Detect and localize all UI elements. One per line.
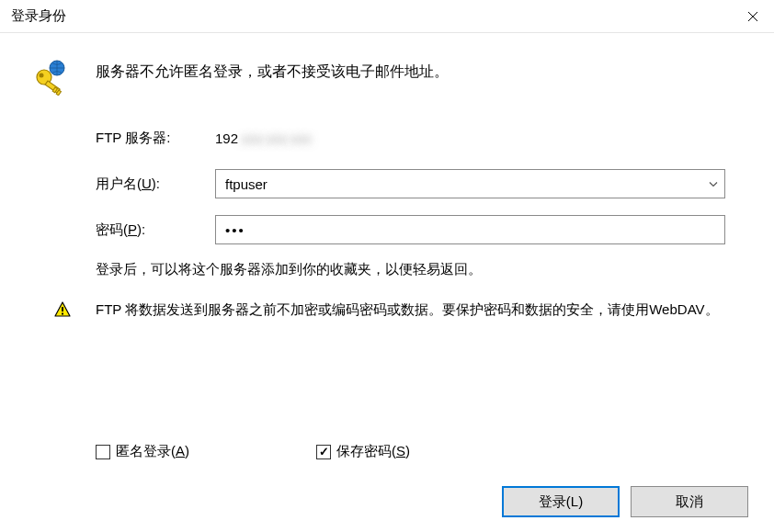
svg-point-4 [40,74,44,78]
info-text: 登录后，可以将这个服务器添加到你的收藏夹，以便轻易返回。 [96,261,748,278]
dialog-message: 服务器不允许匿名登录，或者不接受该电子邮件地址。 [96,59,449,82]
warning-text: FTP 将数据发送到服务器之前不加密或编码密码或数据。要保护密码和数据的安全，请… [96,299,719,321]
login-dialog: 登录身份 服务器不允许匿名登录，或者不接受该电子邮件地址。 [0,0,774,532]
svg-rect-9 [62,313,63,315]
anonymous-checkbox-label: 匿名登录(A) [116,443,189,460]
server-row: FTP 服务器: 192.xxx.xxx.xxx [96,123,748,153]
server-value: 192.xxx.xxx.xxx [215,130,312,146]
password-label: 密码(P): [96,221,215,239]
titlebar: 登录身份 [0,0,774,33]
username-combo[interactable] [215,169,725,198]
window-title: 登录身份 [11,7,66,25]
warning-icon [53,300,72,319]
savepwd-checkbox-label: 保存密码(S) [336,443,410,460]
dialog-content: 服务器不允许匿名登录，或者不接受该电子邮件地址。 FTP 服务器: 192.xx… [0,33,774,532]
username-row: 用户名(U): [96,169,748,198]
message-row: 服务器不允许匿名登录，或者不接受该电子邮件地址。 [26,59,748,96]
login-button[interactable]: 登录(L) [502,486,620,517]
close-icon [747,11,758,22]
bottom-area: 匿名登录(A) 保存密码(S) 登录(L) 取消 [26,443,748,517]
savepwd-checkbox-box [316,445,331,459]
form-area: FTP 服务器: 192.xxx.xxx.xxx 用户名(U): [96,123,748,295]
username-label: 用户名(U): [96,175,215,193]
button-row: 登录(L) 取消 [26,486,748,517]
savepwd-checkbox[interactable]: 保存密码(S) [316,443,410,460]
anonymous-checkbox-box [96,445,110,459]
server-value-obscured: .xxx.xxx.xxx [238,130,312,146]
close-button[interactable] [732,0,774,33]
cancel-button[interactable]: 取消 [631,486,748,517]
server-label: FTP 服务器: [96,130,215,147]
anonymous-checkbox[interactable]: 匿名登录(A) [96,443,316,460]
username-input[interactable] [215,169,725,198]
warning-row: FTP 将数据发送到服务器之前不加密或编码密码或数据。要保护密码和数据的安全，请… [53,299,748,321]
server-value-visible: 192 [215,130,238,146]
key-globe-icon [31,59,68,96]
checkbox-row: 匿名登录(A) 保存密码(S) [96,443,748,460]
password-input[interactable] [215,215,725,244]
password-row: 密码(P): [96,215,748,244]
svg-rect-8 [62,307,63,311]
